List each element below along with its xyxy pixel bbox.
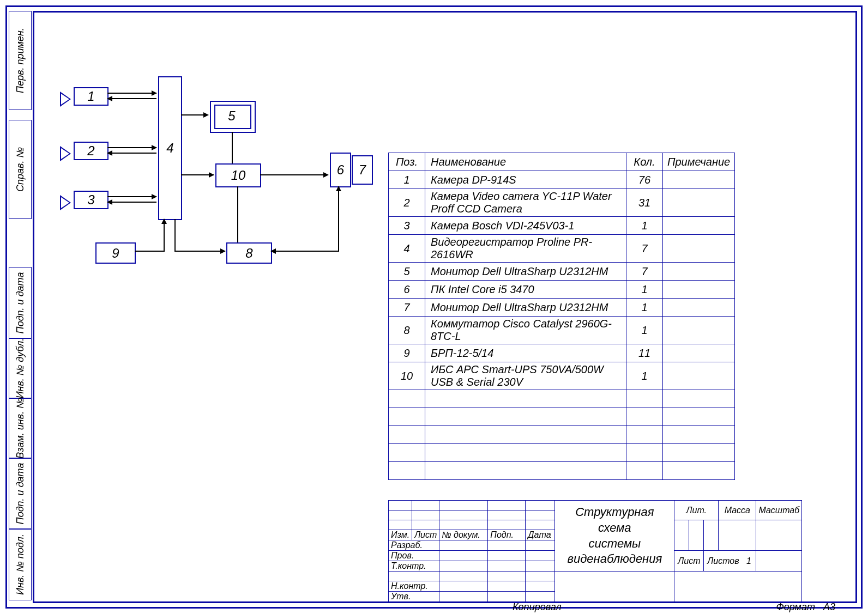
- drawing-sheet: Перв. примен. Справ. № Подп. и дата Инв.…: [0, 0, 868, 614]
- title-line-2: системы виденаблюдения: [567, 537, 662, 566]
- tb-lit: Лит.: [674, 501, 719, 520]
- cell-note: [663, 217, 735, 235]
- cell-pos: 6: [389, 281, 425, 299]
- cell-note: [663, 362, 735, 390]
- tb-tkontr: Т.контр.: [389, 561, 439, 572]
- tb-data: Дата: [526, 530, 555, 540]
- connector: [107, 202, 156, 203]
- cell-pos: 1: [389, 171, 425, 189]
- stamp-label: Подп. и дата: [15, 272, 26, 334]
- connector: [107, 196, 156, 197]
- cell-note: [663, 299, 735, 317]
- cell-note: [663, 189, 735, 217]
- tb-utv: Утв.: [389, 592, 439, 602]
- footer-format: Формат А3: [776, 601, 835, 613]
- cell-name: ИБС APC Smart-UPS 750VA/500W USB & Seria…: [425, 362, 626, 390]
- table-row-empty: [389, 426, 735, 444]
- tb-massa: Масса: [719, 501, 756, 520]
- connector: [107, 98, 156, 99]
- cell-name: Камера Bosch VDI-245V03-1: [425, 217, 626, 235]
- cell-name: Камера DP-914S: [425, 171, 626, 189]
- connector: [271, 251, 339, 252]
- cell-note: [663, 263, 735, 281]
- camera-icon: [60, 146, 71, 161]
- block-label: 6: [337, 162, 344, 178]
- tb-izm: Изм.: [389, 530, 412, 540]
- cell-qty: 1: [626, 217, 663, 235]
- cell-name: Коммутатор Cisco Catalyst 2960G-8TC-L: [425, 317, 626, 344]
- block-6: 6: [330, 153, 351, 187]
- block-10: 10: [215, 163, 261, 187]
- cell-pos: 10: [389, 362, 425, 390]
- stamp-inv-podl: Инв. № подл.: [9, 528, 32, 600]
- block-label: 1: [87, 89, 94, 104]
- connector: [181, 174, 214, 175]
- block-8: 8: [226, 242, 272, 264]
- tb-listov-val: 1: [746, 556, 751, 566]
- header-note: Примечание: [663, 153, 735, 171]
- stamp-podp-data-2: Подп. и дата: [9, 458, 32, 530]
- connector: [164, 219, 165, 252]
- stamp-label: Взам. инв. №: [15, 398, 26, 458]
- block-label: 8: [245, 246, 252, 261]
- block-7: 7: [352, 155, 373, 185]
- cell-pos: 2: [389, 189, 425, 217]
- cell-note: [663, 344, 735, 362]
- footer-format-label: Формат: [776, 601, 815, 612]
- stamp-label: Подп. и дата: [15, 463, 26, 525]
- stamp-inv-dubl: Инв. № дубл.: [9, 338, 32, 399]
- table-row: 4Видеорегистратор Proline PR-2616WR7: [389, 235, 735, 263]
- connector: [338, 186, 339, 252]
- connector-arrow: [271, 251, 272, 252]
- cell-pos: 4: [389, 235, 425, 263]
- block-label: 2: [87, 143, 94, 159]
- title-line-1: Структурная схема: [575, 505, 654, 534]
- footer-kopiroval: Копировал: [513, 601, 562, 613]
- connector: [181, 114, 208, 115]
- cell-qty: 7: [626, 235, 663, 263]
- connector: [174, 251, 225, 252]
- block-label: 3: [87, 192, 94, 208]
- stamp-label: Перв. примен.: [15, 28, 26, 93]
- cell-qty: 1: [626, 317, 663, 344]
- table-row-empty: [389, 390, 735, 408]
- stamp-label: Справ. №: [15, 147, 26, 192]
- cell-note: [663, 281, 735, 299]
- camera-icon: [60, 92, 71, 107]
- tb-nkontr: Н.контр.: [389, 581, 439, 592]
- block-4: 4: [158, 76, 182, 220]
- table-row: 6ПК Intel Core i5 34701: [389, 281, 735, 299]
- cell-note: [663, 171, 735, 189]
- stamp-podp-data-1: Подп. и дата: [9, 267, 32, 339]
- connector: [107, 93, 156, 94]
- cell-qty: 76: [626, 171, 663, 189]
- footer-format-value: А3: [823, 601, 835, 612]
- block-label: 7: [359, 162, 366, 178]
- block-label: 5: [228, 108, 235, 124]
- table-row-empty: [389, 444, 735, 462]
- tb-list: Лист: [412, 530, 439, 540]
- header-pos: Поз.: [389, 153, 425, 171]
- stamp-label: Инв. № подл.: [15, 534, 26, 595]
- connector: [232, 132, 233, 163]
- connector: [135, 251, 165, 252]
- cell-qty: 31: [626, 189, 663, 217]
- cell-pos: 3: [389, 217, 425, 235]
- block-2: 2: [74, 142, 108, 160]
- tb-list2: Лист: [674, 551, 704, 572]
- table-row-empty: [389, 462, 735, 480]
- cell-qty: 1: [626, 281, 663, 299]
- cell-qty: 1: [626, 299, 663, 317]
- block-label: 10: [231, 168, 246, 183]
- tb-ndoc: № докум.: [439, 530, 488, 540]
- header-name: Наименование: [425, 153, 626, 171]
- cell-name: Монитор Dell UltraSharp U2312HM: [425, 263, 626, 281]
- tb-prov: Пров.: [389, 551, 439, 561]
- table-row: 10ИБС APC Smart-UPS 750VA/500W USB & Ser…: [389, 362, 735, 390]
- stamp-label: Инв. № дубл.: [15, 338, 26, 399]
- tb-podp: Подп.: [488, 530, 526, 540]
- tb-mashtab: Масштаб: [756, 501, 802, 520]
- table-row: 8Коммутатор Cisco Catalyst 2960G-8TC-L1: [389, 317, 735, 344]
- block-label: 4: [166, 141, 173, 156]
- header-qty: Кол.: [626, 153, 663, 171]
